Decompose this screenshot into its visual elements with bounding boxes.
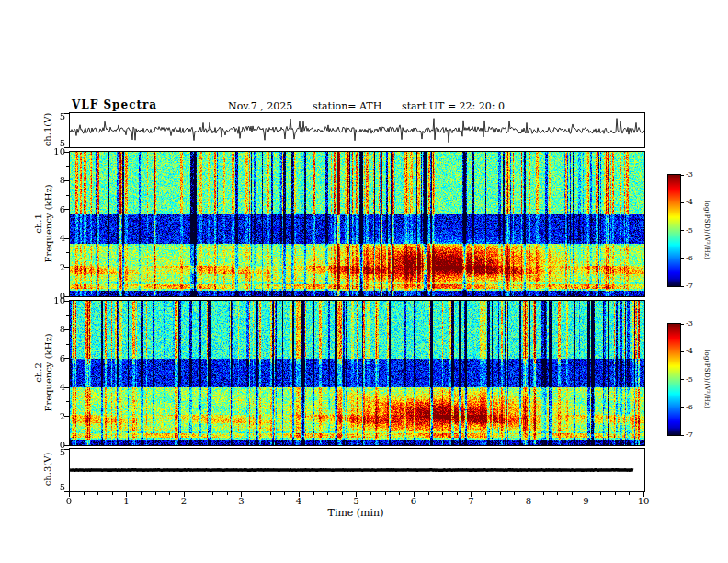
x-minor-tick-mark [428, 492, 429, 495]
x-minor-tick-mark [399, 492, 400, 495]
y-minor-tick-mark [66, 373, 69, 373]
colorbar-tick-label: -5 [686, 375, 702, 384]
colorbar-tick-mark [681, 435, 684, 436]
colorbar-tick-mark [681, 230, 684, 231]
x-minor-tick-mark [629, 492, 630, 495]
y-tick-label: 2 [41, 411, 65, 421]
x-tick-label: 8 [518, 496, 540, 506]
x-tick-label: 4 [288, 496, 310, 506]
x-minor-tick-mark [270, 492, 271, 495]
ch2-spectrogram-panel [69, 300, 645, 446]
ch1-waveform-canvas [70, 113, 644, 147]
colorbar-tick-mark [681, 175, 684, 176]
colorbar-tick-label: -7 [686, 282, 702, 290]
x-minor-tick-mark [457, 492, 458, 495]
colorbar-tick-mark [681, 202, 684, 203]
x-minor-tick-mark [313, 492, 314, 495]
colorbar-tick-label: -6 [686, 403, 702, 411]
x-minor-tick-mark [385, 492, 386, 495]
ch2-frequency-axis-label: ch.2 Frequency (kHz) [33, 333, 53, 411]
x-minor-tick-mark [199, 492, 199, 495]
x-minor-tick-mark [212, 492, 213, 495]
x-tick-label: 5 [346, 496, 368, 506]
y-minor-tick-mark [66, 431, 69, 431]
x-minor-tick-mark [370, 492, 371, 495]
y-minor-tick-mark [66, 344, 69, 345]
colorbar-2 [667, 323, 681, 436]
x-minor-tick-mark [112, 492, 113, 495]
y-tick-label: 10 [41, 146, 65, 156]
colorbar-tick-label: -4 [686, 347, 702, 355]
x-minor-tick-mark [284, 492, 285, 495]
y-tick-label: 2 [41, 262, 65, 272]
colorbar-2-label: log(PSD)/(V²/Hz) [701, 350, 711, 408]
y-tick-label: 6 [41, 204, 65, 214]
x-minor-tick-mark [155, 492, 156, 495]
x-tick-label: 2 [173, 496, 195, 506]
y-tick-label: 5 [41, 111, 65, 121]
x-minor-tick-mark [342, 492, 343, 495]
vlf-spectra-figure: VLF Spectra Nov.7 , 2025 station= ATH st… [0, 0, 728, 563]
colorbar-tick-mark [681, 379, 684, 380]
x-tick-label: 3 [231, 496, 253, 506]
colorbar-tick-label: -3 [686, 170, 702, 178]
x-minor-tick-mark [97, 492, 98, 495]
x-tick-label: 9 [575, 496, 597, 506]
y-tick-label: -5 [41, 482, 65, 492]
x-minor-tick-mark [327, 492, 328, 495]
y-minor-tick-mark [66, 195, 69, 196]
y-tick-label: 8 [41, 324, 65, 334]
ch3-waveform-canvas [70, 449, 644, 491]
y-tick-label: 10 [41, 295, 65, 305]
ch3-waveform-panel [69, 448, 645, 492]
time-axis-label: Time (min) [328, 507, 384, 519]
x-minor-tick-mark [84, 492, 85, 495]
colorbar-1-label: log(PSD)/(V²/Hz) [701, 201, 711, 259]
x-tick-label: 0 [58, 496, 80, 506]
colorbar-tick-mark [681, 286, 684, 287]
x-tick-label: 1 [116, 496, 138, 506]
x-minor-tick-mark [572, 492, 573, 495]
x-minor-tick-mark [141, 492, 142, 495]
x-tick-label: 10 [632, 496, 654, 506]
ch2-spectrogram-canvas [70, 301, 644, 445]
colorbar-tick-mark [681, 351, 684, 352]
colorbar-tick-label: -7 [686, 431, 702, 439]
x-minor-tick-mark [169, 492, 170, 495]
colorbar-1-canvas [668, 175, 680, 286]
ch1-spectrogram-canvas [70, 152, 644, 296]
y-tick-label: 8 [41, 175, 65, 185]
colorbar-2-canvas [668, 324, 680, 435]
ch1-axis-label-line1: ch.1 [33, 184, 43, 262]
x-minor-tick-mark [485, 492, 486, 495]
x-minor-tick-mark [557, 492, 558, 495]
y-tick-label: 4 [41, 382, 65, 392]
x-minor-tick-mark [543, 492, 544, 495]
x-minor-tick-mark [227, 492, 228, 495]
header-start-ut: start UT = 22: 20: 0 [402, 100, 505, 112]
ch1-frequency-axis-label: ch.1 Frequency (kHz) [33, 184, 53, 262]
ch1-spectrogram-panel [69, 151, 645, 297]
y-minor-tick-mark [66, 252, 69, 253]
colorbar-tick-label: -3 [686, 319, 702, 327]
x-tick-label: 6 [403, 496, 425, 506]
header-station: station= ATH [313, 100, 381, 112]
ch1-axis-label-line2: Frequency (kHz) [43, 184, 53, 262]
colorbar-tick-mark [681, 407, 684, 408]
colorbar-tick-label: -6 [686, 254, 702, 262]
x-minor-tick-mark [500, 492, 501, 495]
colorbar-tick-label: -5 [686, 226, 702, 235]
x-minor-tick-mark [514, 492, 515, 495]
y-minor-tick-mark [66, 166, 69, 167]
colorbar-tick-label: -4 [686, 198, 702, 206]
ch2-axis-label-line1: ch.2 [33, 333, 43, 411]
y-tick-label: 5 [41, 447, 65, 457]
y-minor-tick-mark [66, 401, 69, 402]
ch1-waveform-panel [69, 112, 645, 148]
y-tick-label: 4 [41, 233, 65, 243]
y-minor-tick-mark [66, 315, 69, 316]
x-tick-label: 7 [461, 496, 483, 506]
ch3-voltage-axis-label: ch.3(V) [42, 453, 52, 487]
x-minor-tick-mark [600, 492, 601, 495]
colorbar-tick-mark [681, 324, 684, 325]
